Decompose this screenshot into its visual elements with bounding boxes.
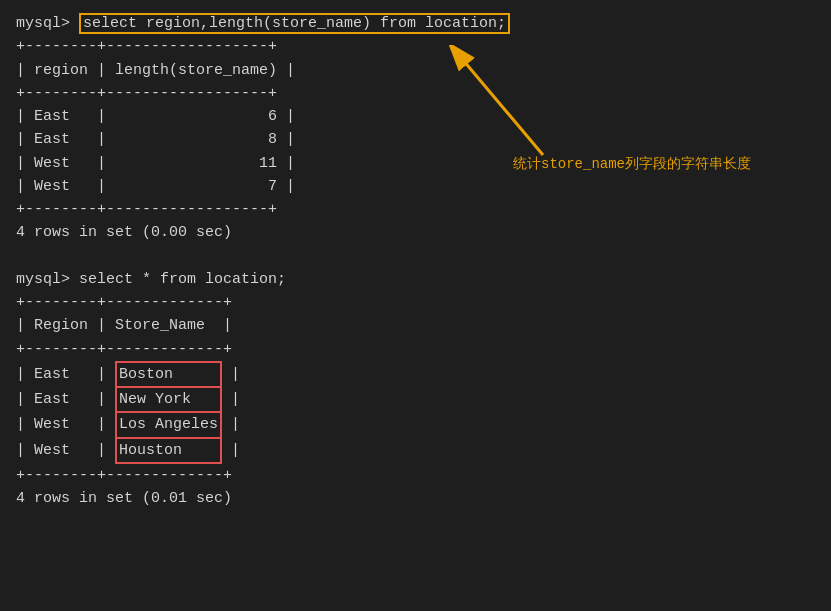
annotation-text: 统计store_name列字段的字符串长度 [513, 155, 751, 173]
arrow-icon [443, 45, 563, 165]
row2-1: | East | Boston | [16, 361, 815, 388]
sql-command-2: select * from location; [79, 271, 286, 288]
sep2a: +--------+-------------+ [16, 291, 815, 314]
result-info-1: 4 rows in set (0.00 sec) [16, 221, 815, 244]
sql-command-1: select region,length(store_name) from lo… [79, 13, 510, 34]
row2-3: | West | Los Angeles | [16, 413, 815, 438]
store-losangeles: Los Angeles [115, 413, 222, 438]
sep1c: +--------+------------------+ [16, 198, 815, 221]
result-info-2: 4 rows in set (0.01 sec) [16, 487, 815, 510]
query1-line: mysql> select region,length(store_name) … [16, 12, 815, 35]
query2-line: mysql> select * from location; [16, 268, 815, 291]
prompt2: mysql> [16, 271, 79, 288]
annotation-container: 统计store_name列字段的字符串长度 [573, 55, 811, 173]
store-boston: Boston [115, 361, 222, 388]
prompt1: mysql> [16, 15, 79, 32]
sep2b: +--------+-------------+ [16, 338, 815, 361]
blank1 [16, 245, 815, 268]
svg-line-1 [463, 60, 543, 155]
row1-4: | West | 7 | [16, 175, 815, 198]
store-newyork: New York [115, 388, 222, 413]
store-houston: Houston [115, 439, 222, 464]
sep2c: +--------+-------------+ [16, 464, 815, 487]
row2-2: | East | New York | [16, 388, 815, 413]
table-header-2: | Region | Store_Name | [16, 314, 815, 337]
row2-4: | West | Houston | [16, 439, 815, 464]
